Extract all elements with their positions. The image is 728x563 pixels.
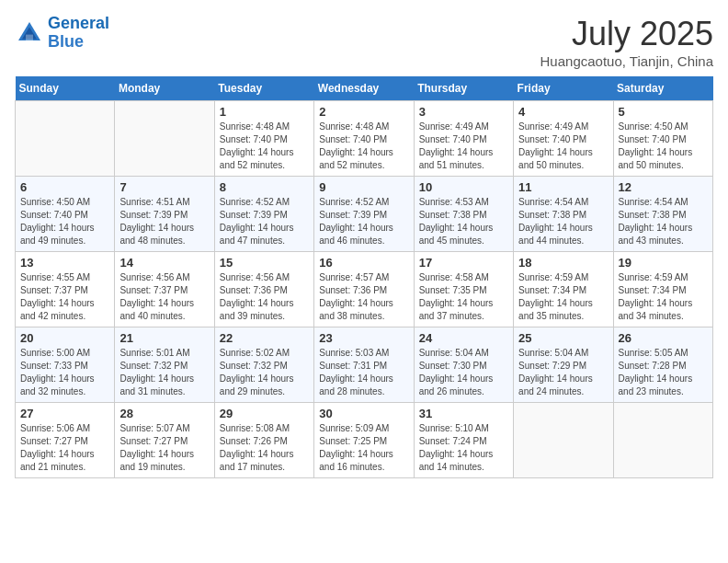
calendar-cell: 18Sunrise: 4:59 AMSunset: 7:34 PMDayligh…	[514, 252, 613, 327]
week-row-3: 20Sunrise: 5:00 AMSunset: 7:33 PMDayligh…	[16, 327, 713, 403]
day-number: 20	[20, 331, 109, 345]
calendar-cell: 26Sunrise: 5:05 AMSunset: 7:28 PMDayligh…	[613, 327, 712, 403]
header-friday: Friday	[514, 76, 613, 101]
week-row-1: 6Sunrise: 4:50 AMSunset: 7:40 PMDaylight…	[16, 177, 713, 252]
logo-general: General	[48, 14, 109, 32]
day-number: 17	[419, 256, 508, 270]
day-info: Sunrise: 4:53 AMSunset: 7:38 PMDaylight:…	[419, 196, 508, 247]
calendar-cell: 5Sunrise: 4:50 AMSunset: 7:40 PMDaylight…	[613, 101, 712, 177]
day-info: Sunrise: 4:59 AMSunset: 7:34 PMDaylight:…	[518, 271, 608, 323]
logo-blue: Blue	[48, 32, 84, 51]
calendar-cell	[514, 403, 613, 478]
day-info: Sunrise: 5:05 AMSunset: 7:28 PMDaylight:…	[619, 347, 708, 398]
day-info: Sunrise: 5:00 AMSunset: 7:33 PMDaylight:…	[20, 347, 109, 398]
day-info: Sunrise: 4:56 AMSunset: 7:36 PMDaylight:…	[220, 271, 309, 323]
day-info: Sunrise: 5:04 AMSunset: 7:30 PMDaylight:…	[419, 347, 508, 398]
day-info: Sunrise: 5:03 AMSunset: 7:31 PMDaylight:…	[319, 347, 408, 398]
calendar-cell: 10Sunrise: 4:53 AMSunset: 7:38 PMDayligh…	[414, 177, 513, 252]
calendar-cell: 11Sunrise: 4:54 AMSunset: 7:38 PMDayligh…	[514, 177, 613, 252]
calendar-cell: 30Sunrise: 5:09 AMSunset: 7:25 PMDayligh…	[314, 403, 414, 478]
day-number: 31	[419, 407, 508, 420]
day-number: 2	[319, 105, 408, 119]
day-info: Sunrise: 4:49 AMSunset: 7:40 PMDaylight:…	[518, 121, 608, 172]
day-number: 16	[319, 256, 408, 270]
header-row: SundayMondayTuesdayWednesdayThursdayFrid…	[16, 76, 713, 101]
day-info: Sunrise: 5:07 AMSunset: 7:27 PMDaylight:…	[119, 422, 209, 474]
day-info: Sunrise: 4:48 AMSunset: 7:40 PMDaylight:…	[220, 121, 309, 172]
day-number: 3	[419, 105, 508, 119]
calendar-cell: 3Sunrise: 4:49 AMSunset: 7:40 PMDaylight…	[414, 101, 513, 177]
calendar-cell: 31Sunrise: 5:10 AMSunset: 7:24 PMDayligh…	[414, 403, 513, 478]
calendar-cell: 8Sunrise: 4:52 AMSunset: 7:39 PMDaylight…	[214, 177, 313, 252]
calendar-cell: 6Sunrise: 4:50 AMSunset: 7:40 PMDaylight…	[16, 177, 115, 252]
day-info: Sunrise: 4:52 AMSunset: 7:39 PMDaylight:…	[319, 196, 408, 247]
day-info: Sunrise: 4:59 AMSunset: 7:34 PMDaylight:…	[619, 271, 708, 323]
day-number: 29	[220, 407, 309, 420]
day-number: 23	[319, 331, 408, 345]
calendar-cell: 13Sunrise: 4:55 AMSunset: 7:37 PMDayligh…	[16, 252, 115, 327]
calendar-cell: 7Sunrise: 4:51 AMSunset: 7:39 PMDaylight…	[115, 177, 214, 252]
day-info: Sunrise: 5:08 AMSunset: 7:26 PMDaylight:…	[220, 422, 309, 474]
calendar-table: SundayMondayTuesdayWednesdayThursdayFrid…	[15, 76, 713, 478]
day-info: Sunrise: 4:51 AMSunset: 7:39 PMDaylight:…	[119, 196, 209, 247]
day-number: 30	[319, 407, 408, 420]
day-info: Sunrise: 4:55 AMSunset: 7:37 PMDaylight:…	[20, 271, 109, 323]
calendar-cell: 28Sunrise: 5:07 AMSunset: 7:27 PMDayligh…	[115, 403, 214, 478]
day-info: Sunrise: 5:09 AMSunset: 7:25 PMDaylight:…	[319, 422, 408, 474]
week-row-4: 27Sunrise: 5:06 AMSunset: 7:27 PMDayligh…	[16, 403, 713, 478]
calendar-cell: 24Sunrise: 5:04 AMSunset: 7:30 PMDayligh…	[414, 327, 513, 403]
calendar-cell: 23Sunrise: 5:03 AMSunset: 7:31 PMDayligh…	[314, 327, 414, 403]
day-number: 14	[119, 256, 209, 270]
day-info: Sunrise: 4:57 AMSunset: 7:36 PMDaylight:…	[319, 271, 408, 323]
day-number: 21	[119, 331, 209, 345]
calendar-cell	[115, 101, 214, 177]
day-number: 11	[518, 180, 608, 194]
calendar-cell: 15Sunrise: 4:56 AMSunset: 7:36 PMDayligh…	[214, 252, 313, 327]
day-info: Sunrise: 4:50 AMSunset: 7:40 PMDaylight:…	[20, 196, 109, 247]
title-block: July 2025 Huangcaotuo, Tianjin, China	[540, 15, 713, 69]
calendar-cell	[16, 101, 115, 177]
calendar-cell: 9Sunrise: 4:52 AMSunset: 7:39 PMDaylight…	[314, 177, 414, 252]
month-title: July 2025	[540, 15, 713, 53]
day-number: 4	[518, 105, 608, 119]
day-number: 12	[619, 180, 708, 194]
day-number: 7	[119, 180, 209, 194]
day-number: 26	[619, 331, 708, 345]
day-info: Sunrise: 5:04 AMSunset: 7:29 PMDaylight:…	[518, 347, 608, 398]
day-info: Sunrise: 4:58 AMSunset: 7:35 PMDaylight:…	[419, 271, 508, 323]
day-number: 24	[419, 331, 508, 345]
calendar-cell: 1Sunrise: 4:48 AMSunset: 7:40 PMDaylight…	[214, 101, 313, 177]
calendar-cell: 2Sunrise: 4:48 AMSunset: 7:40 PMDaylight…	[314, 101, 414, 177]
day-info: Sunrise: 4:48 AMSunset: 7:40 PMDaylight:…	[319, 121, 408, 172]
calendar-cell: 14Sunrise: 4:56 AMSunset: 7:37 PMDayligh…	[115, 252, 214, 327]
header-wednesday: Wednesday	[314, 76, 414, 101]
calendar-cell: 20Sunrise: 5:00 AMSunset: 7:33 PMDayligh…	[16, 327, 115, 403]
calendar-cell: 22Sunrise: 5:02 AMSunset: 7:32 PMDayligh…	[214, 327, 313, 403]
logo-icon	[15, 18, 44, 48]
day-info: Sunrise: 4:50 AMSunset: 7:40 PMDaylight:…	[619, 121, 708, 172]
day-info: Sunrise: 4:49 AMSunset: 7:40 PMDaylight:…	[419, 121, 508, 172]
day-number: 19	[619, 256, 708, 270]
header-monday: Monday	[115, 76, 214, 101]
day-info: Sunrise: 4:56 AMSunset: 7:37 PMDaylight:…	[119, 271, 209, 323]
day-number: 15	[220, 256, 309, 270]
day-info: Sunrise: 5:06 AMSunset: 7:27 PMDaylight:…	[20, 422, 109, 474]
logo: General Blue	[15, 15, 109, 52]
day-number: 28	[119, 407, 209, 420]
day-number: 1	[220, 105, 309, 119]
header-tuesday: Tuesday	[214, 76, 313, 101]
calendar-cell: 16Sunrise: 4:57 AMSunset: 7:36 PMDayligh…	[314, 252, 414, 327]
week-row-2: 13Sunrise: 4:55 AMSunset: 7:37 PMDayligh…	[16, 252, 713, 327]
location: Huangcaotuo, Tianjin, China	[540, 53, 713, 69]
day-number: 22	[220, 331, 309, 345]
calendar-cell: 19Sunrise: 4:59 AMSunset: 7:34 PMDayligh…	[613, 252, 712, 327]
page-header: General Blue July 2025 Huangcaotuo, Tian…	[15, 15, 713, 69]
day-info: Sunrise: 5:02 AMSunset: 7:32 PMDaylight:…	[220, 347, 309, 398]
day-info: Sunrise: 5:01 AMSunset: 7:32 PMDaylight:…	[119, 347, 209, 398]
header-sunday: Sunday	[16, 76, 115, 101]
week-row-0: 1Sunrise: 4:48 AMSunset: 7:40 PMDaylight…	[16, 101, 713, 177]
header-thursday: Thursday	[414, 76, 513, 101]
calendar-cell	[613, 403, 712, 478]
day-number: 5	[619, 105, 708, 119]
calendar-cell: 4Sunrise: 4:49 AMSunset: 7:40 PMDaylight…	[514, 101, 613, 177]
